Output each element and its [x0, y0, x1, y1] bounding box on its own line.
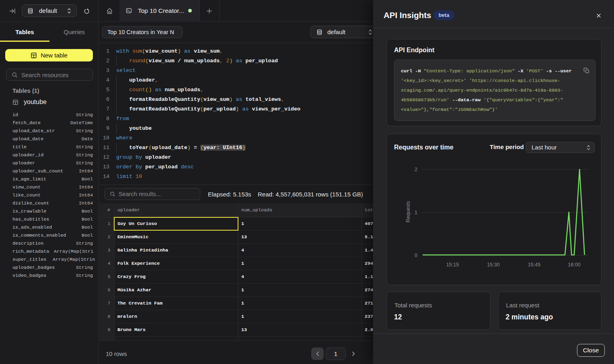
svg-text:Requests: Requests [405, 201, 411, 223]
svg-text:2: 2 [415, 167, 417, 172]
svg-text:1: 1 [415, 210, 417, 215]
svg-text:15:45: 15:45 [528, 262, 540, 268]
svg-text:15:30: 15:30 [487, 262, 499, 268]
svg-text:16:00: 16:00 [568, 262, 580, 268]
svg-text:15:15: 15:15 [446, 262, 459, 268]
svg-text:0: 0 [415, 253, 417, 258]
